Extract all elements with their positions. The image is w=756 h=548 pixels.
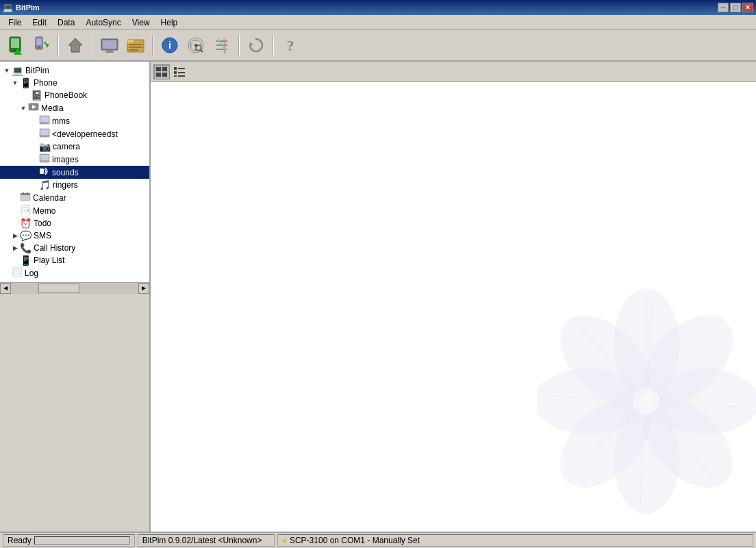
version-text: BitPim 0.9.02/Latest <Unknown> [142,536,262,545]
tree-item-callhistory[interactable]: ▶ 📞 Call History [0,242,149,254]
tree-item-sms[interactable]: ▶ 💬 SMS [0,229,149,242]
expand-media: ▼ [19,104,27,112]
connection-text: SCP-3100 on COM1 - Manually Set [290,536,420,545]
help-button[interactable]: ? [278,33,303,58]
sms-label: SMS [34,231,51,240]
phonebook-label: PhoneBook [45,90,87,100]
menu-data[interactable]: Data [52,16,80,29]
list-view-button[interactable] [171,64,188,79]
images-icon [39,153,50,165]
tree-item-playlist[interactable]: ▶ 📱 Play List [0,254,149,266]
get-data-button[interactable] [29,33,53,58]
tree-item-developer[interactable]: ▶ <developerneedst [0,127,149,140]
tree-item-media[interactable]: ▼ Media [0,101,149,114]
svg-rect-60 [156,73,161,77]
ready-text: Ready [8,536,32,545]
screen-button[interactable] [97,33,122,58]
filesystem-button[interactable] [123,33,148,58]
expand-sms: ▶ [11,232,19,240]
large-icons-view-button[interactable] [153,64,170,79]
svg-rect-50 [21,206,29,214]
close-button[interactable]: ✕ [742,3,753,12]
toolbar-sep-5 [273,35,274,55]
svg-rect-63 [178,68,185,69]
toolbar-sep-3 [152,35,153,55]
tree-item-todo[interactable]: ▶ ⏰ Todo [0,217,149,229]
settings-button[interactable] [210,33,234,58]
developer-label: <developerneedst [52,129,118,139]
tree-item-log[interactable]: ▶ Log [0,266,149,279]
expand-biitpim: ▼ [3,66,11,75]
connection-icon: ● [282,536,287,545]
scroll-left[interactable]: ◀ [0,283,11,294]
svg-rect-58 [156,67,161,71]
calendar-label: Calendar [33,193,66,203]
toolbar-sep-1 [58,35,59,55]
svg-rect-45 [40,169,44,174]
flower-watermark [537,285,756,518]
window-controls: ─ □ ✕ [718,3,753,12]
svg-marker-8 [44,41,47,44]
ringers-label: ringers [53,180,78,190]
info-button[interactable]: i [158,33,182,58]
scroll-right[interactable]: ▶ [138,283,149,294]
toolbar-sep-2 [92,35,93,55]
tree-item-sounds[interactable]: ▶ sounds [0,166,149,179]
sounds-label: sounds [52,168,79,177]
media-label: Media [41,103,64,113]
minimize-button[interactable]: ─ [718,3,729,12]
add-phone-button[interactable] [3,33,27,58]
svg-rect-11 [103,40,116,49]
svg-rect-47 [21,193,30,195]
status-connection: ● SCP-3100 on COM1 - Manually Set [277,534,753,547]
svg-marker-9 [68,38,82,52]
ringers-icon: 🎵 [39,179,51,190]
tree-item-memo[interactable]: ▶ Memo [0,204,149,217]
biitpim-icon: 💻 [12,65,23,76]
expand-phone: ▼ [11,79,19,87]
svg-rect-66 [174,75,177,77]
status-version: BitPim 0.9.02/Latest <Unknown> [138,534,275,547]
svg-marker-7 [45,44,49,48]
tree-item-biitpim[interactable]: ▼ 💻 BitPim [0,64,149,77]
home-button[interactable] [63,33,88,58]
view-toolbar [151,62,756,82]
svg-rect-54 [13,268,21,277]
log-button[interactable] [184,33,208,58]
svg-rect-48 [23,192,24,195]
todo-label: Todo [34,219,51,228]
developer-icon [39,128,50,140]
svg-rect-61 [162,73,167,77]
menu-edit[interactable]: Edit [27,16,52,29]
tree-item-calendar[interactable]: ▶ Calendar [0,191,149,204]
svg-line-29 [201,50,203,52]
menu-view[interactable]: View [127,16,155,29]
svg-marker-35 [250,42,253,45]
refresh-button[interactable] [244,33,268,58]
tree-item-mms[interactable]: ▶ mms [0,114,149,127]
tree-item-phonebook[interactable]: ▶ 📓 PhoneBook [0,89,149,101]
callhistory-icon: 📞 [20,242,32,253]
callhistory-label: Call History [34,243,75,253]
expand-callhistory: ▶ [11,244,19,252]
svg-rect-1 [11,38,19,48]
sms-icon: 💬 [20,230,32,241]
svg-rect-59 [162,67,167,71]
phone-label: Phone [34,78,58,88]
tree-item-phone[interactable]: ▼ 📱 Phone [0,77,149,89]
tree-item-ringers[interactable]: ▶ 🎵 ringers [0,179,149,191]
svg-rect-62 [174,67,177,70]
menu-autosync[interactable]: AutoSync [80,16,126,29]
scroll-thumb[interactable] [38,284,79,293]
svg-text:i: i [168,40,171,51]
menu-help[interactable]: Help [155,16,184,29]
svg-rect-18 [129,49,138,51]
playlist-icon: 📱 [20,255,32,266]
menu-file[interactable]: File [3,16,27,29]
tree-item-images[interactable]: ▶ images [0,153,149,166]
maximize-button[interactable]: □ [730,3,741,12]
camera-label: camera [53,142,80,151]
mms-icon [39,115,50,127]
sidebar-wrapper: ▼ 💻 BitPim ▼ 📱 Phone ▶ 📓 PhoneBook [0,62,151,532]
tree-item-camera[interactable]: ▶ 📷 camera [0,140,149,153]
